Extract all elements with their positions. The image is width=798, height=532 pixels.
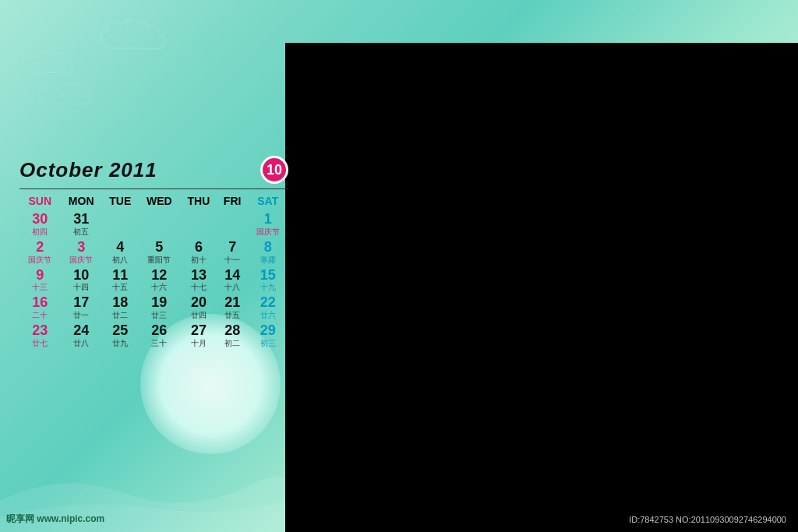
day-cell: 27 十月 (180, 322, 217, 350)
day-lunar: 十七 (182, 283, 215, 292)
day-lunar: 廿一 (62, 311, 99, 320)
day-number: 18 (104, 295, 136, 311)
day-cell: 13 十七 (180, 266, 217, 294)
day-lunar: 廿七 (22, 339, 58, 348)
day-number: 7 (220, 240, 245, 255)
month-badge: 10 (260, 156, 288, 184)
day-number: 13 (182, 268, 215, 284)
day-lunar: 十九 (250, 283, 287, 292)
day-cell: 1 国庆节 (248, 210, 289, 238)
day-lunar: 国庆节 (62, 255, 99, 265)
day-lunar: 初二 (220, 339, 245, 348)
days-header-row: SUN MON TUE WED THU FRI SAT (19, 192, 288, 210)
day-number: 22 (250, 295, 287, 311)
col-tue: TUE (102, 192, 139, 210)
day-number: 30 (22, 212, 58, 227)
day-number: 10 (62, 268, 99, 284)
day-number: 28 (220, 323, 245, 339)
day-lunar: 初五 (62, 227, 99, 237)
day-cell: 25 廿九 (102, 322, 139, 350)
day-cell: 8 寒露 (248, 238, 289, 266)
day-lunar: 国庆节 (22, 255, 58, 265)
day-number: 26 (141, 323, 178, 339)
watermark-text: 昵享网 www.nipic.com (6, 513, 104, 524)
day-cell: 11 十五 (102, 266, 139, 294)
day-cell: 10 十四 (60, 266, 101, 294)
day-cell: 30 初四 (19, 210, 60, 238)
day-lunar: 初十 (182, 255, 215, 265)
day-number: 27 (182, 323, 215, 339)
day-cell (217, 210, 248, 238)
day-number: 24 (62, 323, 99, 339)
day-number: 2 (22, 240, 58, 255)
day-number: 25 (104, 323, 136, 339)
day-lunar: 初八 (104, 255, 136, 265)
day-lunar: 初四 (22, 227, 58, 237)
day-lunar: 三十 (141, 339, 178, 348)
day-number: 12 (141, 268, 178, 284)
calendar-table: SUN MON TUE WED THU FRI SAT 30 初四 31 初五 … (19, 192, 288, 350)
day-lunar: 十八 (220, 283, 245, 292)
day-cell: 20 廿四 (180, 294, 217, 322)
day-cell: 17 廿一 (60, 294, 101, 322)
day-number: 4 (104, 240, 136, 255)
day-number: 3 (62, 240, 99, 255)
wave-decoration (0, 376, 288, 532)
day-cell: 7 十一 (217, 238, 248, 266)
day-lunar: 廿八 (62, 339, 99, 348)
col-mon: MON (60, 192, 101, 210)
day-cell: 31 初五 (60, 210, 101, 238)
day-cell: 9 十三 (19, 266, 60, 294)
day-number: 5 (141, 240, 178, 255)
day-cell: 16 二十 (19, 294, 60, 322)
calendar-header: October 2011 10 (19, 156, 288, 184)
day-cell: 14 十八 (217, 266, 248, 294)
day-number: 9 (22, 268, 58, 284)
calendar-week-3: 16 二十 17 廿一 18 廿二 19 廿三 20 廿四 21 廿五 22 廿… (19, 294, 288, 322)
day-cell (139, 210, 180, 238)
day-cell: 28 初二 (217, 322, 248, 350)
day-lunar: 廿三 (141, 311, 178, 320)
day-cell: 15 十九 (248, 266, 289, 294)
day-number: 17 (62, 295, 99, 311)
day-lunar: 十六 (141, 283, 178, 292)
day-cell: 21 廿五 (217, 294, 248, 322)
day-number: 29 (250, 323, 287, 339)
col-thu: THU (180, 192, 217, 210)
day-cell: 24 廿八 (60, 322, 101, 350)
day-cell: 22 廿六 (248, 294, 289, 322)
day-number: 19 (141, 295, 178, 311)
day-lunar: 廿五 (220, 311, 245, 320)
day-number: 6 (182, 240, 215, 255)
calendar-week-0: 30 初四 31 初五 1 国庆节 (19, 210, 288, 238)
day-lunar: 初三 (250, 339, 287, 348)
day-cell: 19 廿三 (139, 294, 180, 322)
day-lunar: 十月 (182, 339, 215, 348)
day-cell (180, 210, 217, 238)
day-cell: 18 廿二 (102, 294, 139, 322)
day-number: 16 (22, 295, 58, 311)
day-number: 15 (250, 268, 287, 284)
day-lunar: 十一 (220, 255, 245, 265)
day-lunar: 廿六 (250, 311, 287, 320)
day-cell: 29 初三 (248, 322, 289, 350)
day-number: 31 (62, 212, 99, 227)
day-number: 1 (250, 212, 287, 227)
calendar-title: October 2011 (19, 158, 157, 182)
col-fri: FRI (217, 192, 248, 210)
day-lunar: 十三 (22, 283, 58, 292)
calendar-week-4: 23 廿七 24 廿八 25 廿九 26 三十 27 十月 28 初二 29 初… (19, 322, 288, 350)
col-wed: WED (139, 192, 180, 210)
day-number: 20 (182, 295, 215, 311)
calendar-week-2: 9 十三 10 十四 11 十五 12 十六 13 十七 14 十八 15 十九 (19, 266, 288, 294)
day-lunar: 廿二 (104, 311, 136, 320)
day-cell: 23 廿七 (19, 322, 60, 350)
calendar-body: 30 初四 31 初五 1 国庆节 2 国庆节 3 国庆节 4 初八 5 重阳节… (19, 210, 288, 350)
day-lunar: 重阳节 (141, 255, 178, 265)
day-lunar: 十五 (104, 283, 136, 292)
day-number: 8 (250, 240, 287, 255)
col-sat: SAT (248, 192, 289, 210)
calendar: October 2011 10 SUN MON TUE WED THU FRI … (19, 156, 288, 350)
day-number: 14 (220, 268, 245, 284)
day-cell: 26 三十 (139, 322, 180, 350)
